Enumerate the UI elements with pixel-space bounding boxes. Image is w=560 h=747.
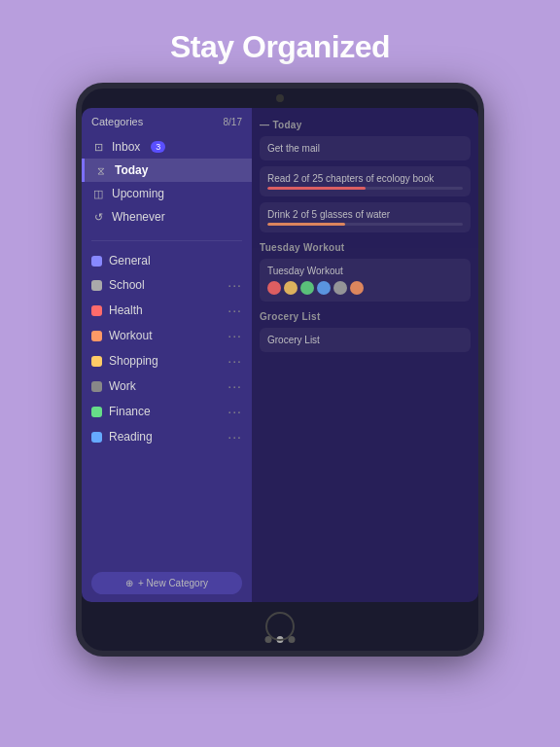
avatar-2 [284, 281, 298, 295]
avatar-5 [333, 281, 347, 295]
inbox-badge: 3 [151, 141, 165, 153]
sidebar-title: Categories [91, 116, 143, 127]
avatar-3 [300, 281, 314, 295]
section-today-label: — Today [260, 120, 471, 130]
finance-dot [91, 407, 102, 417]
task-get-mail[interactable]: Get the mail [260, 136, 471, 160]
shopping-label: Shopping [109, 354, 221, 368]
shopping-dot [91, 356, 102, 367]
inbox-icon: ⊡ [91, 141, 105, 154]
nav-label-inbox: Inbox [112, 140, 140, 154]
category-health[interactable]: Health ··· [82, 298, 252, 323]
school-dot [91, 280, 102, 291]
workout-label: Workout [109, 329, 221, 342]
screen: Categories 8/17 ⊡ Inbox 3 ⧖ Today ◫ Upco… [82, 108, 478, 602]
nav-label-whenever: Whenever [112, 210, 165, 224]
tablet-camera [276, 94, 284, 102]
reading-menu-icon[interactable]: ··· [228, 429, 242, 445]
read-progress-bar [267, 187, 463, 190]
nav-item-whenever[interactable]: ↺ Whenever [82, 205, 252, 229]
category-work[interactable]: Work ··· [82, 374, 252, 399]
task-read-chapters[interactable]: Read 2 of 25 chapters of ecology book [260, 166, 471, 196]
tablet-frame: Categories 8/17 ⊡ Inbox 3 ⧖ Today ◫ Upco… [76, 83, 484, 657]
task-workout-title: Tuesday Workout [267, 266, 463, 276]
task-read-chapters-title: Read 2 of 25 chapters of ecology book [267, 173, 463, 184]
section-workout-label: Tuesday Workout [260, 242, 471, 253]
workout-menu-icon[interactable]: ··· [228, 328, 242, 343]
sidebar-divider [91, 240, 242, 241]
water-progress-bar [267, 223, 463, 226]
finance-label: Finance [109, 405, 221, 418]
school-menu-icon[interactable]: ··· [228, 277, 242, 293]
task-drink-water-title: Drink 2 of 5 glasses of water [267, 209, 463, 220]
workout-avatars [267, 281, 463, 295]
workout-dot [91, 331, 102, 341]
general-label: General [109, 254, 242, 267]
upcoming-icon: ◫ [91, 188, 105, 200]
finance-menu-icon[interactable]: ··· [228, 404, 242, 419]
water-progress-fill [267, 223, 345, 226]
new-category-label: + New Category [138, 578, 208, 588]
sidebar-count: 8/17 [224, 117, 242, 127]
school-label: School [109, 278, 221, 292]
work-menu-icon[interactable]: ··· [228, 378, 242, 394]
main-content: — Today Get the mail Read 2 of 25 chapte… [252, 108, 478, 602]
new-category-button[interactable]: ⊕ + New Category [91, 572, 242, 594]
nav-label-today: Today [115, 163, 148, 177]
tablet-home-button[interactable] [265, 612, 295, 641]
task-grocery-title: Grocery List [267, 335, 463, 345]
today-icon: ⧖ [94, 164, 108, 177]
task-tuesday-workout[interactable]: Tuesday Workout [260, 259, 471, 302]
nav-item-today[interactable]: ⧖ Today [82, 159, 252, 182]
read-progress-fill [267, 187, 366, 190]
task-grocery[interactable]: Grocery List [260, 328, 471, 352]
category-general[interactable]: General [82, 249, 252, 272]
nav-item-upcoming[interactable]: ◫ Upcoming [82, 182, 252, 205]
reading-label: Reading [109, 430, 221, 444]
category-reading[interactable]: Reading ··· [82, 424, 252, 449]
health-menu-icon[interactable]: ··· [228, 302, 242, 318]
nav-label-upcoming: Upcoming [112, 187, 164, 200]
shopping-menu-icon[interactable]: ··· [228, 353, 242, 369]
category-list: General School ··· Health ··· Workou [82, 245, 252, 566]
work-label: Work [109, 379, 221, 393]
health-label: Health [109, 303, 221, 317]
work-dot [91, 381, 102, 392]
sidebar-header: Categories 8/17 [82, 108, 252, 133]
sidebar: Categories 8/17 ⊡ Inbox 3 ⧖ Today ◫ Upco… [82, 108, 252, 602]
avatar-1 [267, 281, 281, 295]
nav-items: ⊡ Inbox 3 ⧖ Today ◫ Upcoming ↺ Whenever [82, 133, 252, 236]
health-dot [91, 305, 102, 316]
category-finance[interactable]: Finance ··· [82, 399, 252, 424]
category-workout[interactable]: Workout ··· [82, 323, 252, 348]
general-dot [91, 256, 102, 267]
task-drink-water[interactable]: Drink 2 of 5 glasses of water [260, 202, 471, 232]
new-category-plus-icon: ⊕ [125, 578, 133, 588]
category-school[interactable]: School ··· [82, 272, 252, 298]
avatar-6 [350, 281, 364, 295]
reading-dot [91, 432, 102, 443]
section-grocery-label: Grocery List [260, 311, 471, 322]
page-title: Stay Organized [170, 29, 390, 65]
nav-item-inbox[interactable]: ⊡ Inbox 3 [82, 135, 252, 159]
whenever-icon: ↺ [91, 211, 105, 224]
task-get-mail-title: Get the mail [267, 143, 463, 154]
category-shopping[interactable]: Shopping ··· [82, 348, 252, 374]
avatar-4 [317, 281, 331, 295]
